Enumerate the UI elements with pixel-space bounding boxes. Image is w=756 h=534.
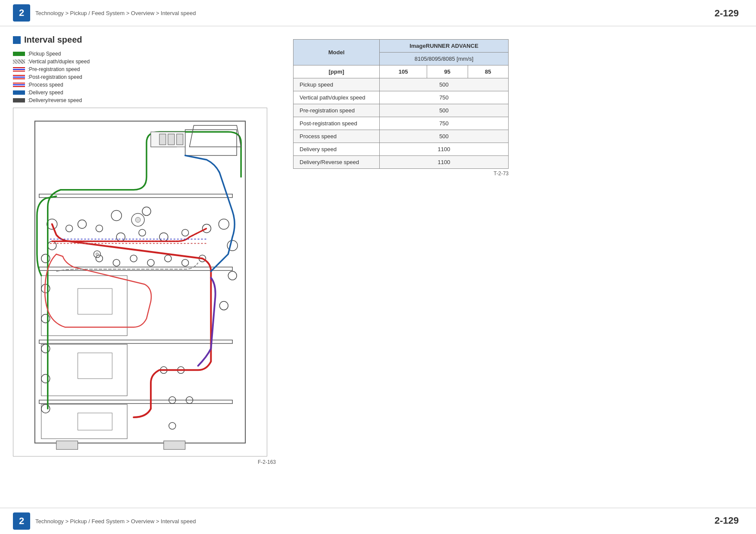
- svg-rect-4: [39, 400, 232, 404]
- table-cell-value: 500: [380, 104, 509, 117]
- svg-point-24: [41, 254, 50, 263]
- footer-badge: 2: [13, 512, 30, 530]
- legend-label-vertical: :Vertical path/duplex speed: [28, 59, 90, 65]
- table-cell-value: 500: [380, 130, 509, 143]
- legend-label-postreg: :Post-registration speed: [28, 74, 82, 80]
- figure-caption: F-2-163: [13, 459, 276, 465]
- svg-point-29: [41, 404, 50, 413]
- chapter-badge: 2: [13, 4, 30, 22]
- svg-point-20: [159, 233, 168, 241]
- table-row: Pickup speed500: [294, 78, 509, 91]
- svg-rect-50: [159, 134, 166, 145]
- table-header-model-size: 8105/8095/8085 [mm/s]: [380, 53, 509, 65]
- table-row: Post-registration speed750: [294, 117, 509, 130]
- svg-point-45: [111, 211, 122, 221]
- legend-color-process: [13, 83, 25, 87]
- legend-color-prereg: [13, 67, 25, 71]
- legend-item-process: :Process speed: [13, 82, 280, 88]
- legend-item-postreg: :Post-registration speed: [13, 74, 280, 80]
- table-cell-label: Vertical path/duplex speed: [294, 91, 380, 104]
- svg-point-37: [165, 255, 172, 262]
- svg-rect-10: [78, 413, 112, 430]
- svg-point-18: [116, 233, 125, 241]
- table-row: Delivery speed1100: [294, 143, 509, 156]
- svg-rect-9: [78, 353, 112, 379]
- svg-point-54: [135, 217, 141, 223]
- table-row: Process speed500: [294, 130, 509, 143]
- legend-label-process: :Process speed: [28, 82, 63, 88]
- table-cell-value: 750: [380, 117, 509, 130]
- svg-rect-11: [185, 130, 237, 155]
- svg-point-28: [41, 374, 50, 383]
- svg-point-36: [147, 259, 154, 266]
- table-cell-value: 750: [380, 91, 509, 104]
- table-cell-value: 1100: [380, 143, 509, 156]
- left-panel: Interval speed :Pickup Speed :Vertical p…: [13, 35, 280, 465]
- svg-rect-1: [39, 194, 232, 198]
- svg-point-26: [41, 314, 50, 323]
- svg-point-32: [219, 301, 228, 310]
- svg-point-21: [182, 229, 189, 236]
- svg-point-44: [169, 422, 176, 429]
- footer-breadcrumb: Technology > Pickup / Feed System > Over…: [35, 518, 196, 525]
- svg-point-27: [41, 345, 50, 353]
- svg-point-38: [182, 259, 189, 266]
- svg-rect-6: [41, 345, 127, 396]
- table-header-model-name: ImageRUNNER ADVANCE: [380, 40, 509, 53]
- legend-item-pickup: :Pickup Speed: [13, 51, 280, 57]
- svg-point-31: [228, 271, 237, 280]
- speed-table: Model ImageRUNNER ADVANCE 8105/8095/8085…: [293, 39, 509, 169]
- section-title-text: Interval speed: [24, 35, 82, 45]
- main-content: Interval speed :Pickup Speed :Vertical p…: [0, 26, 756, 474]
- legend-label-delivery-rev: :Delivery/reverse speed: [28, 97, 82, 103]
- table-cell-label: Delivery/Reverse speed: [294, 156, 380, 169]
- legend-item-delivery: :Delivery speed: [13, 90, 280, 96]
- table-header-105: 105: [380, 65, 427, 78]
- svg-point-15: [66, 225, 73, 232]
- table-cell-value: 1100: [380, 156, 509, 169]
- table-row: Delivery/Reverse speed1100: [294, 156, 509, 169]
- section-title-icon: [13, 36, 21, 44]
- legend-item-prereg: :Pre-registration speed: [13, 66, 280, 72]
- legend-color-pickup: [13, 52, 25, 56]
- svg-point-35: [130, 255, 137, 262]
- table-row: Vertical path/duplex speed750: [294, 91, 509, 104]
- page-number-top: 2-129: [715, 8, 739, 19]
- svg-point-46: [142, 207, 151, 216]
- page-footer: 2 Technology > Pickup / Feed System > Ov…: [0, 508, 756, 534]
- legend: :Pickup Speed :Vertical path/duplex spee…: [13, 51, 280, 103]
- table-cell-label: Pickup speed: [294, 78, 380, 91]
- legend-label-pickup: :Pickup Speed: [28, 51, 61, 57]
- right-panel: Model ImageRUNNER ADVANCE 8105/8095/8085…: [293, 35, 743, 465]
- svg-rect-7: [41, 404, 127, 439]
- table-note: T-2-73: [293, 171, 509, 177]
- svg-point-56: [96, 253, 98, 255]
- legend-color-delivery-rev: [13, 98, 25, 102]
- section-title: Interval speed: [13, 35, 280, 45]
- svg-rect-57: [56, 441, 78, 450]
- svg-rect-52: [177, 134, 183, 145]
- svg-point-33: [96, 255, 103, 262]
- svg-point-14: [48, 241, 56, 250]
- legend-label-delivery: :Delivery speed: [28, 90, 63, 96]
- table-cell-label: Delivery speed: [294, 143, 380, 156]
- svg-point-17: [96, 225, 103, 232]
- svg-point-23: [219, 219, 229, 229]
- table-cell-value: 500: [380, 78, 509, 91]
- table-header-model: Model: [294, 40, 380, 65]
- legend-color-postreg: [13, 75, 25, 79]
- svg-rect-3: [39, 340, 232, 344]
- svg-point-34: [113, 259, 120, 266]
- legend-color-delivery: [13, 90, 25, 95]
- page-header: 2 Technology > Pickup / Feed System > Ov…: [0, 0, 756, 26]
- page-number-bottom: 2-129: [715, 515, 739, 526]
- table-row: Pre-registration speed500: [294, 104, 509, 117]
- table-cell-label: Pre-registration speed: [294, 104, 380, 117]
- svg-point-19: [139, 229, 146, 236]
- legend-color-vertical: [13, 59, 25, 64]
- legend-label-prereg: :Pre-registration speed: [28, 66, 80, 72]
- diagram-box: [13, 108, 267, 456]
- table-header-85: 85: [468, 65, 508, 78]
- table-cell-label: Process speed: [294, 130, 380, 143]
- breadcrumb: Technology > Pickup / Feed System > Over…: [35, 10, 196, 16]
